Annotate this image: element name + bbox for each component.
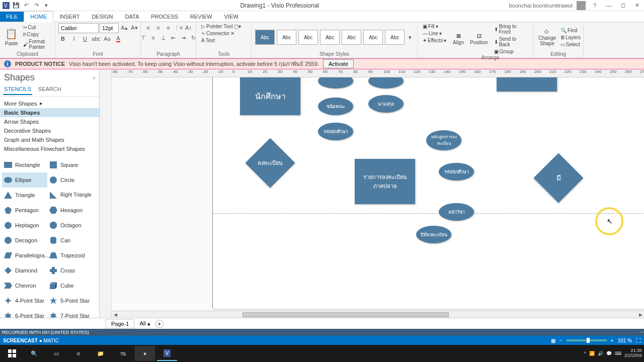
decrease-font-icon[interactable]: A▾ xyxy=(130,23,139,32)
decorative-shapes-item[interactable]: Decorative Shapes xyxy=(0,126,99,135)
tab-design[interactable]: DESIGN xyxy=(86,12,119,22)
tray-chevron-icon[interactable]: ^ xyxy=(584,351,586,356)
shape-cross[interactable]: Cross xyxy=(47,263,93,278)
wifi-icon[interactable]: 📶 xyxy=(589,351,595,356)
page-tab-all[interactable]: All ▴ xyxy=(139,320,150,327)
lang-more-icon[interactable]: ⋯ xyxy=(639,330,644,335)
tab-insert[interactable]: INSERT xyxy=(53,12,86,22)
align-button[interactable]: Align xyxy=(451,39,466,46)
fit-page-icon[interactable]: ⛶ xyxy=(636,338,641,343)
canvas-ellipse-2[interactable]: นามสกุล xyxy=(368,95,404,113)
shape-5-star[interactable]: 5-Point Star xyxy=(47,293,93,308)
zoom-level[interactable]: 101 % xyxy=(618,338,632,343)
page-tab-1[interactable]: Page-1 xyxy=(106,319,134,328)
canvas-diamond-register[interactable]: ลงทะเบียน xyxy=(245,143,295,183)
align-middle-icon[interactable]: ≡ xyxy=(149,33,158,42)
text-direction-icon[interactable]: A↕ xyxy=(184,23,193,32)
start-button[interactable] xyxy=(2,346,22,361)
shape-trapezoid[interactable]: Trapezoid xyxy=(47,248,93,263)
tab-file[interactable]: FILE xyxy=(0,12,24,22)
shape-cube[interactable]: Cube xyxy=(47,278,93,293)
shape-hexagon[interactable]: Hexagon xyxy=(47,203,93,218)
position-icon[interactable]: ⊡ xyxy=(477,33,481,39)
edge-icon[interactable]: e xyxy=(68,346,89,361)
font-size-select[interactable] xyxy=(100,23,119,33)
avatar[interactable] xyxy=(577,1,586,10)
select-button[interactable]: ▭ Select xyxy=(558,41,583,48)
canvas-ellipse-6[interactable]: รหัสนักศึกษา xyxy=(439,163,474,180)
close-icon[interactable]: ✕ xyxy=(632,2,642,10)
align-bottom-icon[interactable]: ⊥ xyxy=(159,33,168,42)
shape-style-4[interactable]: Abc xyxy=(320,30,340,45)
zoom-in-icon[interactable]: + xyxy=(611,338,614,343)
taskview-icon[interactable]: ▭ xyxy=(46,346,66,361)
paste-button[interactable]: Paste xyxy=(3,40,20,47)
save-icon[interactable]: 💾 xyxy=(12,2,20,10)
align-top-icon[interactable]: ⊤ xyxy=(139,33,148,42)
font-select[interactable] xyxy=(58,23,99,33)
misc-flowchart-item[interactable]: Miscellaneous Flowchart Shapes xyxy=(0,144,99,153)
zoom-out-icon[interactable]: − xyxy=(559,338,562,343)
add-page-icon[interactable]: + xyxy=(155,320,164,328)
shape-4-star[interactable]: 4-Point Star xyxy=(2,293,47,308)
shape-pentagon[interactable]: Pentagon xyxy=(2,203,47,218)
shape-heptagon[interactable]: Heptagon xyxy=(2,218,47,233)
line-button[interactable]: — Line▾ xyxy=(421,30,444,37)
canvas-ellipse-4[interactable]: รหัสนักศึกษา xyxy=(318,123,353,140)
shape-chevron[interactable]: Chevron xyxy=(2,278,47,293)
shape-style-6[interactable]: Abc xyxy=(363,30,383,45)
font-color-icon[interactable]: A xyxy=(114,34,123,43)
align-icon[interactable]: ⊞ xyxy=(456,33,461,39)
italic-icon[interactable]: I xyxy=(69,34,78,43)
effects-button[interactable]: ✦ Effects▾ xyxy=(421,37,448,44)
help-icon[interactable]: ? xyxy=(590,2,600,10)
copy-button[interactable]: ⎘ Copy xyxy=(21,31,52,38)
shape-parallelogram[interactable]: Parallelogra... xyxy=(2,248,47,263)
tab-home[interactable]: HOME xyxy=(24,11,53,22)
indent-dec-icon[interactable]: ⇤ xyxy=(169,33,178,42)
activate-button[interactable]: Activate xyxy=(323,59,354,68)
pointer-tool-button[interactable]: ▷ Pointer Tool ▢▾ xyxy=(199,23,243,30)
basic-shapes-item[interactable]: Basic Shapes xyxy=(0,108,99,117)
shape-can[interactable]: Can xyxy=(47,233,93,248)
store-icon[interactable]: 🛍 xyxy=(113,346,133,361)
change-shape-button[interactable]: Change Shape xyxy=(536,35,556,47)
align-right-icon[interactable]: ≡ xyxy=(164,23,173,32)
tab-view[interactable]: VIEW xyxy=(218,12,244,22)
canvas-ellipse-5[interactable]: หลักสูตรการลงทะเบียน xyxy=(426,130,461,150)
shape-octagon[interactable]: Octagon xyxy=(47,218,93,233)
scroll-left-icon[interactable]: ◀ xyxy=(112,311,119,318)
taskbar-visio-icon[interactable]: V xyxy=(157,346,177,361)
zoom-slider[interactable] xyxy=(567,339,607,341)
shape-rectangle[interactable]: Rectangle xyxy=(2,157,47,172)
align-left-icon[interactable]: ≡ xyxy=(144,23,153,32)
taskbar-search-icon[interactable]: 🔍 xyxy=(24,346,44,361)
canvas[interactable]: นักศึกษา นามสกุล ชนิดคณะ รหัสนักศึกษา หล… xyxy=(112,77,644,311)
increase-font-icon[interactable]: A▴ xyxy=(120,23,129,32)
send-back-button[interactable]: ⬇ Send to Back xyxy=(492,36,530,48)
shape-6-star[interactable]: 6-Point Star xyxy=(2,308,47,318)
qat-more-icon[interactable]: ▾ xyxy=(42,2,50,10)
text-tool-button[interactable]: A Text xyxy=(199,37,217,44)
canvas-diamond-mi[interactable]: มี xyxy=(533,158,584,198)
indent-inc-icon[interactable]: ⇥ xyxy=(179,33,188,42)
arrow-shapes-item[interactable]: Arrow Shapes xyxy=(0,117,99,126)
more-shapes-item[interactable]: More Shapes ▸ xyxy=(0,99,99,108)
minimize-icon[interactable]: — xyxy=(604,2,614,10)
canvas-ellipse-7[interactable]: หน้าวิชา xyxy=(439,203,474,221)
user-name[interactable]: boonchai boontrumtirawut xyxy=(509,3,573,9)
volume-icon[interactable]: 🔊 xyxy=(598,351,603,356)
canvas-ellipse-8[interactable]: ปีที่ลงทะเบียน xyxy=(416,226,451,243)
graph-shapes-item[interactable]: Graph and Math Shapes xyxy=(0,135,99,144)
shape-style-1[interactable]: Abc xyxy=(255,30,275,45)
canvas-rect-3[interactable] xyxy=(497,77,557,92)
tab-process[interactable]: PROCESS xyxy=(145,12,184,22)
notification-icon[interactable]: 💬 xyxy=(606,351,612,356)
shape-square[interactable]: Square xyxy=(47,157,93,172)
align-center-icon[interactable]: ≡ xyxy=(154,23,163,32)
case-icon[interactable]: Aa xyxy=(103,34,112,43)
bring-front-button[interactable]: ⬆ Bring to Front xyxy=(492,23,530,35)
bold-icon[interactable]: B xyxy=(58,34,67,43)
shape-style-5[interactable]: Abc xyxy=(342,30,361,45)
format-painter-button[interactable]: 🖌 Format Painter xyxy=(21,38,52,50)
